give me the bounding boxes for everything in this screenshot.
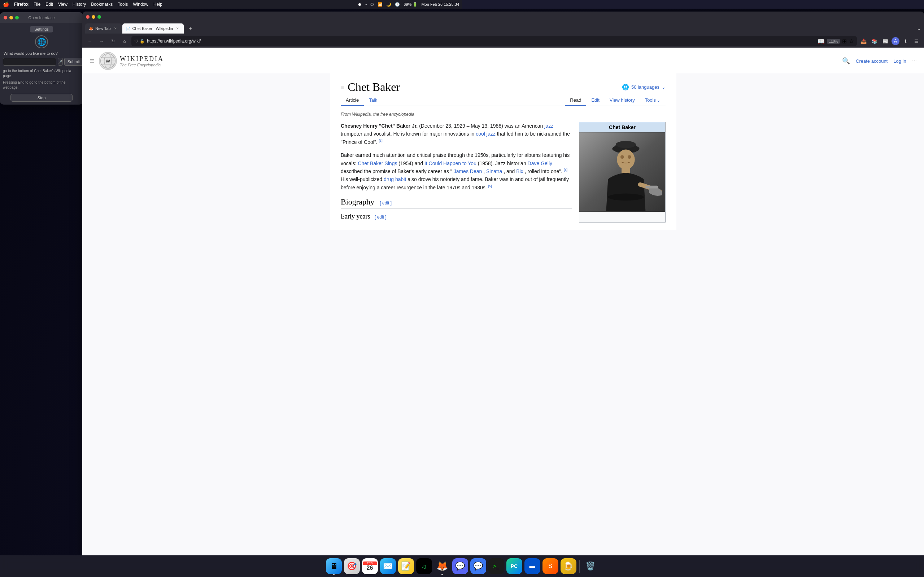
svg-text:W: W bbox=[106, 58, 110, 64]
menu-edit[interactable]: Edit bbox=[45, 2, 53, 7]
hamburger-menu[interactable]: ☰ bbox=[89, 58, 95, 64]
it-could-happen-link[interactable]: It Could Happen to You bbox=[425, 161, 462, 166]
browser-minimize-button[interactable] bbox=[92, 15, 95, 19]
wiki-logo-icon: W bbox=[99, 52, 117, 70]
new-tab-button[interactable]: + bbox=[186, 24, 195, 33]
browser-maximize-button[interactable] bbox=[97, 15, 101, 19]
from-wiki: From Wikipedia, the free encyclopedia bbox=[341, 112, 462, 117]
article-body: Chesney Henry "Chet" Baker Jr. (December… bbox=[341, 122, 462, 222]
input-row: 🎤 Submit bbox=[3, 58, 80, 66]
forward-button[interactable]: → bbox=[97, 36, 106, 46]
browser-titlebar bbox=[82, 11, 462, 23]
prompt-input[interactable] bbox=[3, 58, 56, 66]
article-tabs: Article Talk Read Edit View history Tool… bbox=[341, 95, 462, 106]
back-button[interactable]: ← bbox=[85, 36, 95, 46]
article-para2: Baker earned much attention and critical… bbox=[341, 151, 462, 192]
tab-talk[interactable]: Talk bbox=[364, 95, 382, 106]
night-mode-icon: 🌙 bbox=[386, 2, 391, 7]
wiki-logo-text: WIKIPEDIA The Free Encyclopedia bbox=[120, 55, 164, 67]
wiki-title: WIKIPEDIA bbox=[120, 55, 164, 63]
early-years-label: Early years bbox=[341, 213, 370, 220]
address-bar-icons: 🛡 🔒 bbox=[134, 39, 145, 44]
browser-window: 🦊 New Tab ✕ 📄 Chet Baker - Wikipedia ✕ +… bbox=[82, 11, 462, 288]
battery-status: 69% 🔋 bbox=[404, 2, 418, 7]
globe-icon: 🌐 bbox=[35, 35, 48, 48]
tab-newtab-close[interactable]: ✕ bbox=[113, 26, 118, 31]
apple-menu[interactable]: 🍎 bbox=[3, 2, 9, 7]
newtab-icon: 🦊 bbox=[89, 27, 93, 31]
para2-final: His well-publicized bbox=[341, 176, 384, 182]
menu-window[interactable]: Window bbox=[133, 2, 149, 7]
menu-tools[interactable]: Tools bbox=[118, 2, 128, 7]
mic-icon[interactable]: 🎤 bbox=[58, 58, 63, 66]
task-text: go to the bottom of Chet Baker's Wikiped… bbox=[3, 69, 80, 79]
biography-edit-link[interactable]: [ edit ] bbox=[380, 200, 392, 206]
tab-wikipedia-close[interactable]: ✕ bbox=[175, 26, 180, 31]
tab-newtab-label: New Tab bbox=[95, 26, 111, 31]
cite-3[interactable]: [3] bbox=[379, 139, 383, 142]
tab-wikipedia[interactable]: 📄 Chet Baker - Wikipedia ✕ bbox=[122, 23, 184, 34]
desktop: Open Interface Settings 🌐 What would you… bbox=[0, 9, 462, 288]
record-icon: ⏺ bbox=[358, 2, 362, 6]
clock-icon: 🕐 bbox=[395, 2, 400, 7]
menubar-left: 🍎 Firefox File Edit View History Bookmar… bbox=[3, 2, 162, 7]
browser-chrome: 🦊 New Tab ✕ 📄 Chet Baker - Wikipedia ✕ +… bbox=[82, 11, 462, 48]
open-interface-titlebar: Open Interface bbox=[0, 12, 83, 23]
menubar-right: ⏺ ▪ ⬡ 📶 🌙 🕐 69% 🔋 Mon Feb 26 15:25:34 bbox=[358, 2, 459, 7]
browser-toolbar: ← → ↻ ⌂ 🛡 🔒 https://en.wikipedia.org/wik… bbox=[82, 35, 462, 48]
article-text: Chesney Henry "Chet" Baker Jr. (December… bbox=[341, 122, 462, 222]
wiki-header: ☰ W WIKIPEDIA T bbox=[82, 48, 462, 73]
datetime: Mon Feb 26 15:25:34 bbox=[421, 2, 459, 6]
article-intro-para: Chesney Henry "Chet" Baker Jr. (December… bbox=[341, 122, 462, 146]
open-interface-body: Settings 🌐 What would you like me to do?… bbox=[0, 23, 83, 105]
para2-mid: (1954) and bbox=[399, 161, 425, 166]
early-years-section: Early years [ edit ] bbox=[341, 213, 462, 220]
lock-icon: 🔒 bbox=[140, 39, 145, 44]
article-title-row: ≡ Chet Baker 🌐 50 languages ⌄ bbox=[341, 81, 462, 94]
shield-icon: 🛡 bbox=[134, 39, 138, 43]
settings-button[interactable]: Settings bbox=[30, 26, 53, 32]
reload-button[interactable]: ↻ bbox=[108, 36, 118, 46]
menubar: 🍎 Firefox File Edit View History Bookmar… bbox=[0, 0, 462, 9]
tab-article[interactable]: Article bbox=[341, 95, 364, 106]
app-name[interactable]: Firefox bbox=[14, 2, 29, 7]
wifi-icon: 📶 bbox=[378, 2, 383, 7]
minimize-button[interactable] bbox=[10, 16, 13, 19]
address-bar[interactable]: 🛡 🔒 https://en.wikipedia.org/wiki/ 📖 110… bbox=[131, 36, 462, 46]
url-text: https://en.wikipedia.org/wiki/ bbox=[147, 39, 462, 44]
tab-wikipedia-label: Chet Baker - Wikipedia bbox=[132, 26, 173, 31]
stop-button[interactable]: Stop bbox=[10, 94, 72, 102]
intro-rest: trumpeter and vocalist. He is known for … bbox=[341, 131, 462, 137]
article-title: Chet Baker bbox=[347, 81, 400, 94]
wiki-content[interactable]: ☰ W WIKIPEDIA T bbox=[82, 48, 462, 288]
submit-button[interactable]: Submit bbox=[64, 58, 83, 66]
tab-newtab[interactable]: 🦊 New Tab ✕ bbox=[85, 23, 122, 34]
close-button[interactable] bbox=[3, 16, 7, 19]
globe-icon-container: 🌐 bbox=[3, 35, 80, 48]
drug-habit-link[interactable]: drug habit bbox=[384, 176, 406, 182]
tab-bar: 🦊 New Tab ✕ 📄 Chet Baker - Wikipedia ✕ +… bbox=[82, 23, 462, 35]
para2-rest: described the promise of Baker's early c… bbox=[341, 168, 452, 174]
menu-history[interactable]: History bbox=[73, 2, 86, 7]
james-dean-link[interactable]: James Dean bbox=[454, 168, 462, 174]
browser-close-button[interactable] bbox=[86, 15, 89, 19]
wiki-sub: The Free Encyclopedia bbox=[120, 63, 164, 67]
open-interface-window: Open Interface Settings 🌐 What would you… bbox=[0, 12, 83, 105]
bluetooth-icon: ⬡ bbox=[370, 2, 374, 7]
menu-help[interactable]: Help bbox=[153, 2, 162, 7]
wikipedia-tab-icon: 📄 bbox=[126, 27, 130, 31]
chet-baker-sings-link[interactable]: Chet Baker Sings bbox=[358, 161, 397, 166]
biography-section: Biography [ edit ] bbox=[341, 197, 462, 208]
home-button[interactable]: ⌂ bbox=[120, 36, 129, 46]
toc-icon[interactable]: ≡ bbox=[341, 84, 344, 90]
menu-file[interactable]: File bbox=[34, 2, 40, 7]
menu-bookmarks[interactable]: Bookmarks bbox=[91, 2, 113, 7]
early-years-edit-link[interactable]: [ edit ] bbox=[375, 214, 386, 220]
wiki-logo-section: ☰ W WIKIPEDIA T bbox=[89, 52, 164, 70]
maximize-button[interactable] bbox=[15, 16, 19, 19]
title-left: ≡ Chet Baker bbox=[341, 81, 400, 94]
status-text: Pressing End to go to the bottom of the … bbox=[3, 80, 80, 90]
prompt-label: What would you like me to do? bbox=[3, 51, 80, 56]
menu-view[interactable]: View bbox=[58, 2, 68, 7]
intro-date: (December 23, 1929 – May 13, 1988) was a… bbox=[419, 123, 462, 129]
